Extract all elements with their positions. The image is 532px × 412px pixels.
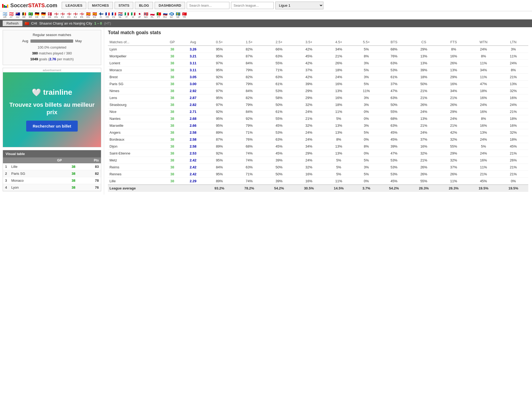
stats-row[interactable]: Nice 38 2.71 92% 84% 61% 24% 11% 0% 55% … (108, 108, 528, 115)
col-gp: GP (163, 39, 182, 46)
col-bts: BTS (379, 39, 409, 46)
gp-cell: 38 (55, 177, 77, 184)
stats-row[interactable]: Paris SG 38 3.00 97% 79% 61% 39% 16% 5% … (108, 81, 528, 88)
stats-row[interactable]: Lens 38 2.87 95% 82% 58% 29% 16% 3% 63% … (108, 94, 528, 101)
avg-val: 2.58 (182, 143, 204, 150)
p35: 21% (294, 115, 324, 122)
nav-dashboard[interactable]: DASHBOARD (155, 2, 185, 9)
cs: 24% (409, 129, 439, 136)
flag-SC[interactable]: 🏴󠁧󠁢󠁳󠁣󠁴󠁿SC (169, 12, 174, 18)
wtn: 11% (468, 164, 498, 171)
search-league-input[interactable] (231, 2, 274, 9)
stats-row[interactable]: Saint-Etienne 38 2.53 92% 74% 45% 29% 13… (108, 150, 528, 157)
flag-BR[interactable]: 🇧🇷BR (28, 12, 33, 18)
fts: 26% (439, 60, 469, 67)
flag-IT[interactable]: 🇮🇹IT (124, 12, 129, 18)
nav-blog[interactable]: BLOG (135, 2, 153, 9)
ltn: 24% (498, 101, 528, 108)
stats-row[interactable]: Nantes 38 2.68 95% 92% 55% 21% 5% 0% 68%… (108, 115, 528, 122)
ticker-score: 1 – 0 (94, 21, 102, 25)
avg-val: 2.92 (182, 88, 204, 94)
search-team-input[interactable] (187, 2, 229, 9)
flag-I2[interactable]: 🇮🇹I2 (130, 12, 136, 18)
flag-TR[interactable]: 🇹🇷TR (182, 12, 187, 18)
flag-EN[interactable]: 🏴󠁧󠁢󠁥󠁮󠁧󠁿EN (53, 12, 59, 18)
table-row[interactable]: 4 Lyon 38 76 (3, 184, 101, 191)
ltn: 21% (498, 108, 528, 115)
flag-NO[interactable]: 🇳🇴NO (143, 12, 148, 18)
stats-row[interactable]: Marseille 38 2.66 95% 79% 45% 32% 13% 3%… (108, 122, 528, 129)
p45: 5% (324, 164, 354, 171)
top-nav: SoccerSTATS.com LEAGUES MATCHES STATS BL… (0, 0, 532, 11)
flag-JP[interactable]: 🇯🇵JP (137, 12, 142, 18)
stats-row[interactable]: Nimes 38 2.92 97% 84% 53% 29% 13% 11% 47… (108, 88, 528, 94)
avg-val: 2.71 (182, 108, 204, 115)
stats-row[interactable]: Bordeaux 38 2.58 87% 76% 63% 24% 8% 0% 4… (108, 136, 528, 143)
p35: 24% (294, 129, 324, 136)
refresh-button[interactable]: Refresh (3, 21, 22, 26)
flag-E5[interactable]: 🏴󠁧󠁢󠁥󠁮󠁧󠁿E5 (79, 12, 84, 18)
stats-row[interactable]: Montpellier 38 3.21 95% 87% 63% 45% 21% … (108, 53, 528, 60)
nav-stats[interactable]: STATS (115, 2, 134, 9)
stats-row[interactable]: Lyon 38 3.26 95% 82% 66% 42% 34% 5% 68% … (108, 46, 528, 53)
site-logo: SoccerSTATS.com (2, 2, 57, 9)
stats-row[interactable]: Dijon 38 2.58 89% 68% 45% 34% 13% 8% 39%… (108, 143, 528, 150)
stats-row[interactable]: Lille 38 2.29 89% 74% 39% 16% 11% 0% 45%… (108, 178, 528, 185)
flag-FI[interactable]: 🇫🇮FI (98, 12, 104, 18)
p55: 8% (354, 53, 379, 60)
team-name: Lille (108, 178, 163, 185)
wtn: 16% (468, 157, 498, 164)
p45: 8% (324, 136, 354, 143)
flag-E3[interactable]: 🏴󠁧󠁢󠁥󠁮󠁧󠁿E3 (66, 12, 72, 18)
flag-D2[interactable]: 🇩🇪D2 (41, 12, 46, 18)
stats-row[interactable]: Angers 38 2.58 89% 71% 53% 24% 13% 5% 45… (108, 129, 528, 136)
league-select[interactable]: Ligue 1 (275, 2, 323, 9)
footer-p15: 78.2% (234, 185, 264, 192)
flag-AR[interactable]: 🇦🇷AR (2, 12, 7, 18)
advertisement-box: advertisement 🤍 trainline Trouvez vos bi… (3, 68, 101, 147)
flag-ES2[interactable]: 🇪🇸E2 (92, 12, 97, 18)
flag-ES[interactable]: 🇪🇸ES (85, 12, 91, 18)
ltn: 26% (498, 157, 528, 164)
flag-BE[interactable]: 🇧🇪BE (21, 12, 27, 18)
flag-F2[interactable]: 🇫🇷F2 (111, 12, 116, 18)
stats-row[interactable]: Brest 38 3.05 92% 82% 63% 42% 24% 3% 61%… (108, 74, 528, 81)
stats-row[interactable]: Reims 38 2.42 84% 63% 50% 32% 5% 3% 53% … (108, 164, 528, 171)
nav-leagues[interactable]: LEAGUES (62, 2, 87, 9)
p55: 5% (354, 46, 379, 53)
flag-SE[interactable]: 🇸🇪SE (175, 12, 181, 18)
flag-DK[interactable]: 🇩🇰DK (47, 12, 52, 18)
gp-cell: 38 (55, 170, 77, 177)
flag-E4[interactable]: 🏴󠁧󠁢󠁥󠁮󠁧󠁿E4 (73, 12, 78, 18)
stats-row[interactable]: Metz 38 2.42 95% 74% 39% 24% 5% 5% 53% 2… (108, 157, 528, 164)
stats-row[interactable]: Lorient 38 3.11 97% 84% 55% 42% 26% 3% 6… (108, 60, 528, 67)
ad-button[interactable]: Rechercher un billet (26, 121, 77, 132)
p55: 5% (354, 157, 379, 164)
logo-text: SoccerSTATS.com (10, 2, 57, 8)
flag-NL[interactable]: 🇳🇱NL (118, 12, 123, 18)
team-cell: Monaco (9, 177, 55, 184)
flag-RU[interactable]: 🇷🇺RU (162, 12, 168, 18)
flag-PL[interactable]: 🇵🇱PL (150, 12, 155, 18)
p15: 79% (234, 122, 264, 129)
flag-DE[interactable]: 🇩🇪DE (34, 12, 40, 18)
rank-cell: 4 (3, 184, 9, 191)
stats-row[interactable]: Rennes 38 2.42 95% 71% 50% 16% 5% 5% 53%… (108, 171, 528, 178)
flag-AT[interactable]: 🇦🇹AT (9, 12, 14, 18)
stats-row[interactable]: Monaco 38 3.11 95% 79% 71% 37% 18% 5% 53… (108, 67, 528, 74)
table-row[interactable]: 1 Lille 38 83 (3, 163, 101, 170)
stats-row[interactable]: Strasbourg 38 2.82 97% 79% 50% 32% 18% 3… (108, 101, 528, 108)
nav-matches[interactable]: MATCHES (88, 2, 113, 9)
cs: 26% (409, 164, 439, 171)
flag-PT[interactable]: 🇵🇹PT (156, 12, 161, 18)
table-row[interactable]: 2 Paris SG 38 82 (3, 170, 101, 177)
team-name: Lens (108, 94, 163, 101)
table-row[interactable]: 3 Monaco 38 78 (3, 177, 101, 184)
p15: 82% (234, 94, 264, 101)
flag-FR[interactable]: 🇫🇷FR (105, 12, 110, 18)
team-name: Angers (108, 129, 163, 136)
p45: 13% (324, 143, 354, 150)
flag-AU[interactable]: 🇦🇺AU (15, 12, 20, 18)
flag-E2[interactable]: 🏴󠁧󠁢󠁥󠁮󠁧󠁿E2 (60, 12, 65, 18)
avg-val: 2.29 (182, 178, 204, 185)
